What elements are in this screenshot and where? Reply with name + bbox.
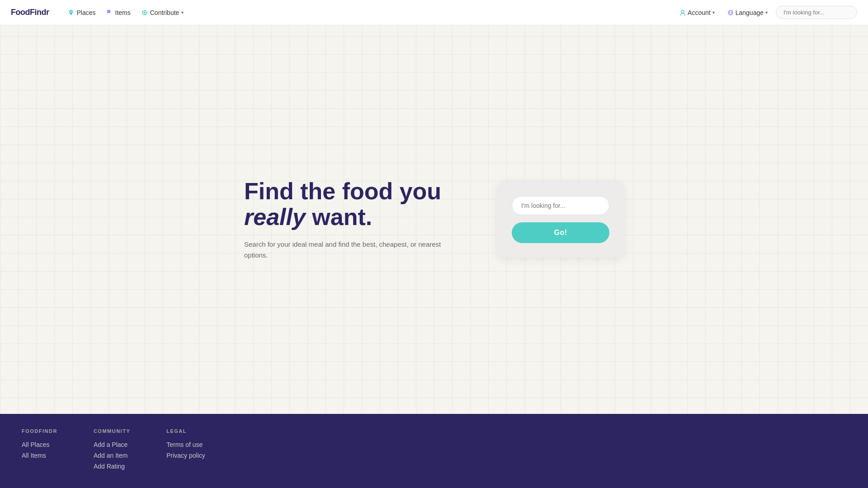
footer-terms[interactable]: Terms of use (166, 441, 205, 448)
footer-add-place[interactable]: Add a Place (94, 441, 130, 448)
footer-add-rating[interactable]: Add Rating (94, 463, 130, 470)
nav-right: Account ▾ Language ▾ (675, 6, 857, 19)
items-label: Items (115, 9, 131, 16)
nav-items[interactable]: Items (102, 6, 135, 19)
contribute-chevron-icon: ▾ (181, 10, 184, 15)
footer-community-label: COMMUNITY (94, 428, 130, 434)
footer-inner: FOODFINDR All Places All Items COMMUNITY… (22, 428, 846, 474)
places-label: Places (76, 9, 95, 16)
footer-community-col: COMMUNITY Add a Place Add an Item Add Ra… (94, 428, 130, 474)
account-chevron-icon: ▾ (712, 10, 715, 15)
language-icon (727, 9, 734, 16)
footer: FOODFINDR All Places All Items COMMUNITY… (0, 414, 868, 488)
contribute-label: Contribute (150, 9, 179, 16)
go-button[interactable]: Go! (512, 222, 609, 243)
account-label: Account (688, 9, 711, 16)
nav-places[interactable]: Places (63, 6, 100, 19)
footer-brand-label: FOODFINDR (22, 428, 57, 434)
hero-text: Find the food you really want. Search fo… (244, 178, 461, 261)
svg-rect-1 (107, 10, 110, 13)
footer-legal-label: LEGAL (166, 428, 205, 434)
map-pin-icon (68, 9, 74, 16)
nav-logo[interactable]: FoodFindr (11, 8, 49, 17)
nav-search-input[interactable] (776, 6, 857, 19)
svg-point-3 (681, 10, 684, 13)
language-dropdown[interactable]: Language ▾ (723, 6, 772, 19)
svg-point-0 (71, 11, 72, 12)
contribute-icon (142, 9, 148, 16)
hero-title: Find the food you really want. (244, 178, 461, 230)
main-search-input[interactable] (512, 196, 609, 215)
nav-links: Places Items Contribute ▾ (63, 6, 675, 19)
footer-all-items[interactable]: All Items (22, 452, 57, 459)
footer-all-places[interactable]: All Places (22, 441, 57, 448)
footer-legal-col: LEGAL Terms of use Privacy policy (166, 428, 205, 474)
nav-contribute[interactable]: Contribute ▾ (137, 6, 189, 19)
account-dropdown[interactable]: Account ▾ (675, 6, 719, 19)
tag-icon (107, 9, 113, 16)
footer-brand-col: FOODFINDR All Places All Items (22, 428, 57, 474)
account-icon (679, 9, 686, 16)
hero-subtitle: Search for your ideal meal and find the … (244, 239, 461, 261)
language-chevron-icon: ▾ (765, 10, 768, 15)
main-content: Find the food you really want. Search fo… (0, 0, 868, 414)
hero-title-text: Find the food you really want. (244, 178, 441, 230)
footer-privacy[interactable]: Privacy policy (166, 452, 205, 459)
footer-add-item[interactable]: Add an Item (94, 452, 130, 459)
language-label: Language (736, 9, 764, 16)
hero-container: Find the food you really want. Search fo… (163, 178, 705, 261)
navbar: FoodFindr Places Items Contribute ▾ (0, 0, 868, 25)
search-card: Go! (497, 182, 624, 258)
